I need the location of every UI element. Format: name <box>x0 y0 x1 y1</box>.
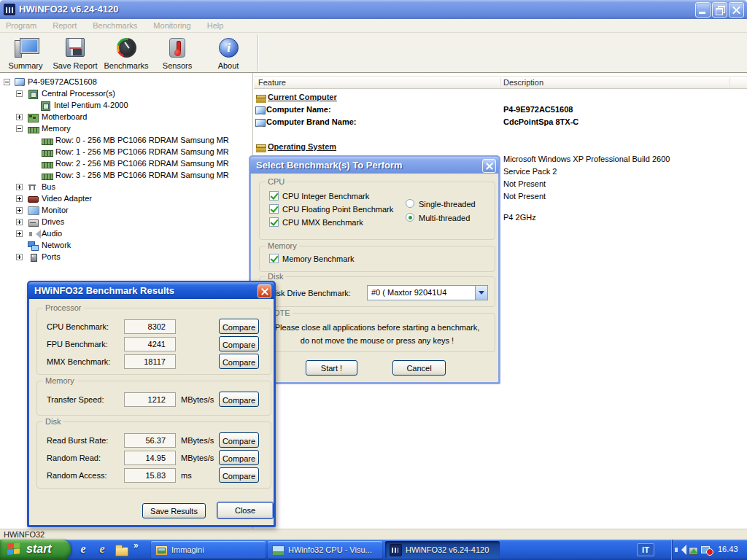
expand-icon[interactable] <box>16 184 23 190</box>
note-line1: Please close all applications before sta… <box>260 323 495 332</box>
expand-icon[interactable] <box>16 230 23 237</box>
menu-report[interactable]: Report <box>53 21 77 30</box>
compare-button[interactable]: Compare <box>219 354 259 369</box>
tree-row[interactable]: P4-9E972AC51608 <box>0 77 253 88</box>
save-report-icon <box>66 38 85 57</box>
picture-icon <box>272 544 284 556</box>
menu-monitoring[interactable]: Monitoring <box>153 21 190 30</box>
tree-row[interactable]: Audio <box>0 228 253 240</box>
dialog-titlebar[interactable]: Select Benchmark(s) To Perform <box>250 157 499 174</box>
dialog-title: Select Benchmark(s) To Perform <box>256 160 403 171</box>
dialog-titlebar[interactable]: HWiNFO32 Benchmark Results <box>28 282 274 299</box>
taskbar-clock[interactable]: 16.43 <box>718 545 738 553</box>
folder-icon[interactable] <box>114 542 128 557</box>
tree-row[interactable]: Network <box>0 240 253 252</box>
computer-icon <box>255 119 265 127</box>
compare-button[interactable]: Compare <box>219 319 259 334</box>
tree-row[interactable]: Row: 3 - 256 MB PC1066 RDRAM Samsung MR <box>0 170 253 182</box>
collapse-icon[interactable] <box>4 79 10 85</box>
compare-button[interactable]: Compare <box>219 392 259 407</box>
summary-icon <box>14 37 37 59</box>
memory-benchmark-checkbox[interactable] <box>269 254 279 263</box>
start-button[interactable]: Start ! <box>306 360 357 376</box>
multi-threaded-radio[interactable] <box>406 213 414 222</box>
close-icon[interactable] <box>482 159 496 173</box>
sensors-thermometer-icon <box>169 38 185 58</box>
tree-row[interactable]: Central Processor(s) <box>0 88 253 100</box>
cpu-mmx-checkbox[interactable] <box>269 217 279 227</box>
about-toolbar-button[interactable]: i About <box>204 36 252 71</box>
language-indicator[interactable]: IT <box>637 543 654 556</box>
tree-row[interactable]: Memory <box>0 123 253 135</box>
tree-row[interactable]: Bus <box>0 182 253 193</box>
collapse-icon[interactable] <box>16 125 23 132</box>
start-button[interactable]: start <box>0 540 71 560</box>
menu-benchmarks[interactable]: Benchmarks <box>93 21 137 30</box>
taskbar-task-immagini[interactable]: Immagini <box>151 541 266 559</box>
taskbar-task-picture-viewer[interactable]: HWinfo32 CPU - Visu... <box>268 541 382 559</box>
tree-row[interactable]: Video Adapter <box>0 193 253 205</box>
save-report-toolbar-button[interactable]: Save Report <box>51 36 99 71</box>
disk-drive-dropdown[interactable]: #0 ( Maxtor 92041U4 <box>367 285 488 300</box>
network-disconnected-icon[interactable] <box>701 545 712 555</box>
minimize-button[interactable] <box>695 2 711 18</box>
benchmark-results-dialog: HWiNFO32 Benchmark Results Processor CPU… <box>27 281 276 527</box>
taskbar: start e e » Immagini HWinfo32 CPU - Visu… <box>0 540 747 560</box>
tree-row[interactable]: Drives <box>0 217 253 228</box>
compare-button[interactable]: Compare <box>219 432 259 448</box>
quick-launch-chevron-icon[interactable]: » <box>133 540 139 551</box>
cpu-integer-checkbox[interactable] <box>269 191 279 201</box>
menu-help[interactable]: Help <box>207 21 224 30</box>
save-results-button[interactable]: Save Results <box>142 503 206 518</box>
collapse-icon[interactable] <box>16 90 23 97</box>
expand-icon[interactable] <box>16 219 23 225</box>
ports-icon <box>28 253 39 262</box>
disk-drive-label: Disk Drive Benchmark: <box>269 289 351 298</box>
volume-icon[interactable] <box>675 545 686 555</box>
close-icon[interactable] <box>258 284 271 298</box>
chevron-down-icon[interactable] <box>475 286 487 300</box>
benchmarks-toolbar-button[interactable]: Benchmarks <box>102 36 150 71</box>
close-dialog-button[interactable]: Close <box>217 502 274 519</box>
toolbar-separator <box>258 35 258 71</box>
tree-row[interactable]: Intel Pentium 4-2000 <box>0 100 253 112</box>
tree-row[interactable]: Row: 0 - 256 MB PC1066 RDRAM Samsung MR <box>0 135 253 147</box>
taskbar-task-hwinfo-active[interactable]: HWiNFO32 v6.24-4120 <box>385 541 500 559</box>
note-group: NOTE Please close all applications befor… <box>259 313 495 352</box>
compare-button[interactable]: Compare <box>219 450 259 465</box>
cpu-chip-icon <box>28 90 39 98</box>
section-stack-icon <box>256 94 266 102</box>
cpu-float-checkbox[interactable] <box>269 204 279 214</box>
feature-column-header[interactable]: Feature <box>258 78 286 87</box>
cancel-button[interactable]: Cancel <box>392 360 446 376</box>
expand-icon[interactable] <box>16 207 23 214</box>
expand-icon[interactable] <box>16 114 23 120</box>
tree-row[interactable]: Ports <box>0 252 253 263</box>
single-threaded-radio[interactable] <box>406 199 414 208</box>
tree-row[interactable]: Row: 2 - 256 MB PC1066 RDRAM Samsung MR <box>0 158 253 170</box>
close-button[interactable] <box>729 2 744 18</box>
description-column-header[interactable]: Description <box>503 78 543 87</box>
restore-button[interactable] <box>712 2 727 18</box>
internet-explorer-alt-icon[interactable]: e <box>95 542 109 557</box>
tree-row[interactable]: Monitor <box>0 205 253 217</box>
internet-explorer-icon[interactable]: e <box>76 542 90 557</box>
column-divider[interactable] <box>500 78 501 88</box>
toolbar: Summary Save Report Benchmarks Sensors i… <box>0 34 747 73</box>
cpu-chip-icon <box>40 101 51 110</box>
sensors-toolbar-button[interactable]: Sensors <box>153 36 201 71</box>
note-line2: do not move the mouse or press any keys … <box>260 336 495 345</box>
tree-row[interactable]: Row: 1 - 256 MB PC1066 RDRAM Samsung MR <box>0 147 253 158</box>
column-divider[interactable] <box>729 78 730 88</box>
menu-program[interactable]: Program <box>6 21 36 30</box>
expand-icon[interactable] <box>16 195 23 202</box>
compare-button[interactable]: Compare <box>219 336 259 351</box>
safely-remove-hardware-icon[interactable] <box>688 545 699 555</box>
expand-icon[interactable] <box>16 254 23 260</box>
compare-button[interactable]: Compare <box>219 467 259 483</box>
bus-icon <box>28 183 39 192</box>
main-titlebar[interactable]: HWiNFO32 v6.24-4120 <box>0 0 747 19</box>
tree-row[interactable]: Motherboard <box>0 112 253 123</box>
benchmarks-gauge-icon <box>117 38 136 58</box>
summary-toolbar-button[interactable]: Summary <box>1 36 50 71</box>
